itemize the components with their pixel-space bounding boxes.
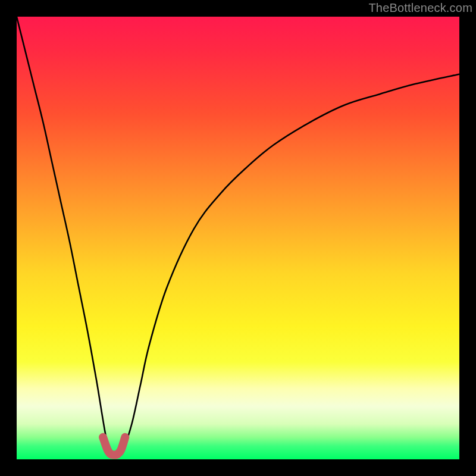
chart-area xyxy=(17,17,459,459)
bottleneck-curve-svg xyxy=(17,17,459,459)
bottleneck-curve-path xyxy=(17,17,459,456)
bottom-marker-path xyxy=(103,437,125,455)
watermark-text: TheBottleneck.com xyxy=(368,1,472,15)
